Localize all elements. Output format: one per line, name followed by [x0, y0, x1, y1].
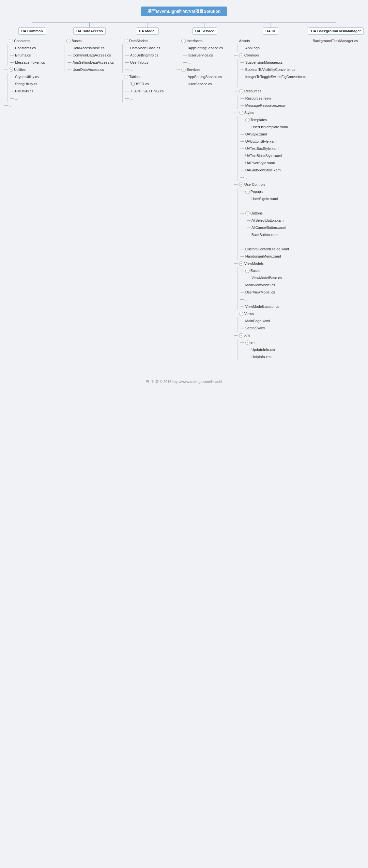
tree-label: DataModels	[129, 39, 148, 43]
tree-label: Bases	[250, 269, 261, 273]
tree-label: Buttons	[250, 211, 263, 215]
expander-icon[interactable]: −	[124, 39, 128, 43]
tree-label: Templates	[250, 118, 267, 122]
module-header-ua-ui: UA.UI	[263, 27, 278, 35]
expander-icon[interactable]: −	[181, 68, 186, 72]
children-block: CryptoUtility.csStringUtility.csPinUtili…	[7, 73, 45, 102]
module-tree-ua-ui: AssetsAppLogo−CommonSuspensionManager.cs…	[234, 37, 307, 361]
ellipsis-text: ...	[130, 96, 133, 100]
expander-icon[interactable]: −	[66, 39, 70, 43]
folder-header: −Tables	[119, 73, 164, 80]
file-row: BooleanToVisibilityConverter.cs	[240, 66, 307, 73]
tree-label: Services	[187, 68, 200, 71]
dash-connector	[119, 41, 123, 41]
assets-row: Assets	[234, 37, 307, 44]
file-row: AppSettingInfo.cs	[125, 52, 164, 59]
expander-icon[interactable]: −	[245, 190, 249, 194]
expander-icon[interactable]: −	[245, 269, 249, 273]
expander-icon[interactable]: −	[239, 183, 243, 187]
ellipsis-row: ...	[247, 203, 307, 210]
dash-connector	[61, 77, 65, 77]
file-row: UpdateInfo.xml	[247, 346, 307, 353]
dash-connector	[240, 342, 244, 343]
footer: 云 中 客 © 2016 http://www.cnblogs.com/lixi…	[3, 377, 365, 387]
expander-icon[interactable]: −	[181, 39, 186, 43]
folder-block: −InterfacesIAppSettingService.csIUserSer…	[176, 37, 223, 66]
dash-connector	[10, 62, 14, 63]
tree-label: Styles	[244, 111, 254, 115]
module-tree-ua-common: −ConstantsConstants.csEnums.csMessagerTo…	[4, 37, 45, 109]
en-children: UpdateInfo.xmlHelpInfo.xml	[244, 346, 307, 361]
file-row: IntegerToToggleSwitchFlgConverter.cs	[240, 73, 307, 80]
dash-connector	[183, 84, 187, 84]
dash-connector	[10, 98, 14, 99]
tree-label: AppSettingService.cs	[188, 75, 222, 79]
file-row: Constants.cs	[10, 44, 45, 52]
dash-connector	[240, 105, 244, 106]
expander-icon[interactable]: −	[245, 211, 249, 215]
expander-icon[interactable]: −	[239, 89, 243, 93]
dash-connector	[125, 84, 129, 84]
tree-label: UpdateInfo.xml	[252, 348, 276, 351]
file-row: MessagerToken.cs	[10, 59, 45, 66]
expander-icon[interactable]: −	[239, 53, 243, 58]
module-tick	[32, 23, 32, 27]
ellipsis-text: ...	[66, 75, 69, 79]
children-block: AppSettingService.csUserService.cs	[180, 73, 223, 88]
expander-icon[interactable]: −	[239, 261, 243, 266]
root-vline	[184, 16, 184, 22]
tree-label: AppSettingInfo.cs	[130, 53, 158, 57]
dash-connector	[119, 77, 123, 77]
expander-icon[interactable]: −	[239, 333, 243, 338]
expander-icon[interactable]: −	[9, 39, 13, 43]
tree-label: Assets	[239, 39, 250, 43]
ellipsis-row: ...	[125, 95, 164, 102]
tree-label: PinUtility.cs	[15, 89, 33, 93]
module-header-ua-dataaccess: UA.DataAccess	[73, 27, 106, 35]
file-row: CommonDataAccess.cs	[68, 52, 114, 59]
tree-label: Interfaces	[187, 39, 202, 43]
folder-block: −CommonSuspensionManager.csBooleanToVisi…	[234, 52, 307, 88]
folder-header: −UserControls	[234, 181, 307, 188]
expander-icon[interactable]: −	[245, 340, 249, 345]
module-col-ua-service: UA.Service−InterfacesIAppSettingService.…	[176, 23, 233, 88]
expander-icon[interactable]: −	[239, 312, 243, 316]
file-row: IAppSettingService.cs	[183, 44, 223, 52]
folder-header: −Templates	[240, 116, 307, 123]
tree-label: UAPivotStyle.xaml	[245, 161, 275, 165]
folder-block: −TemplatesUserListTemplate.xaml	[240, 116, 307, 131]
dash-connector	[247, 278, 250, 278]
dash-connector	[183, 77, 187, 77]
file-row: T_APP_SETTING.cs	[125, 88, 164, 95]
folder-header: −Popups	[240, 188, 307, 195]
dash-connector	[125, 48, 129, 48]
tree-label: UATextBoxStyle.xaml	[245, 147, 279, 151]
dash-connector	[247, 206, 250, 206]
module-col-ua-common: UA.Common−ConstantsConstants.csEnums.csM…	[3, 23, 61, 109]
tree-label: IAppSettingService.cs	[188, 46, 223, 50]
module-tick	[270, 23, 270, 27]
tree-label: AppSettingDataAccess.cs	[72, 60, 114, 64]
expander-icon[interactable]: −	[9, 68, 13, 72]
dash-connector	[234, 264, 238, 264]
module-col-ua-model: UA.Model−DataModelsDataModelBase.csAppSe…	[119, 23, 176, 102]
tree-label: Xml	[244, 333, 250, 337]
expander-icon[interactable]: −	[239, 111, 243, 115]
tree-label: Popups	[250, 190, 263, 193]
folder-block: −UtilitiesCryptoUtility.csStringUtility.…	[4, 66, 45, 102]
module-header-ua-bg: UA.BackgroundTaskManager	[308, 27, 364, 35]
tree-label: UserControls	[244, 183, 265, 186]
tree-label: BackgroundTaskManager.cs	[313, 39, 358, 43]
dash-connector	[4, 41, 8, 41]
expander-icon[interactable]: −	[124, 75, 128, 79]
expander-icon[interactable]: −	[245, 118, 249, 122]
dash-connector	[240, 163, 244, 163]
dash-connector	[240, 321, 244, 321]
file-row: DataAccessBase.cs	[68, 44, 114, 52]
folder-block: −BasesViewModelBase.cs	[240, 267, 307, 281]
xml-block: −Xml−enUpdateInfo.xmlHelpInfo.xml	[234, 332, 307, 361]
tree-label: Setting.xaml	[245, 326, 265, 330]
dash-connector	[240, 156, 244, 156]
tree-label: BooleanToVisibilityConverter.cs	[245, 68, 295, 71]
ellipsis-row: ...	[10, 95, 45, 102]
